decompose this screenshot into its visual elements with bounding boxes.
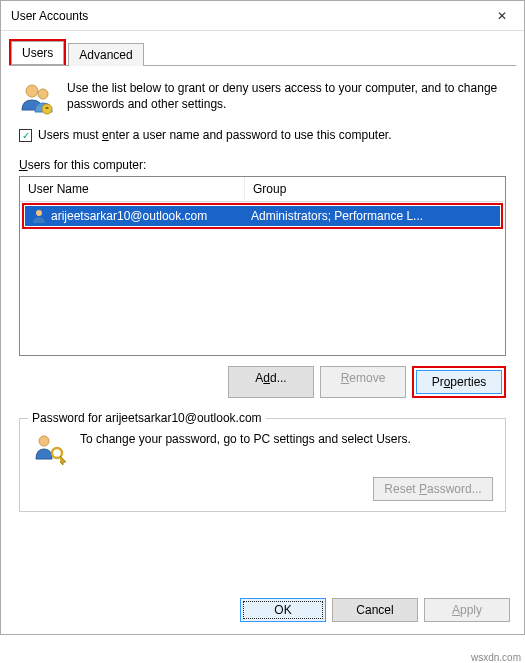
tab-advanced[interactable]: Advanced (68, 43, 143, 66)
listview-header: User Name Group (20, 177, 505, 202)
close-button[interactable]: ✕ (479, 1, 524, 31)
users-icon (19, 80, 55, 116)
titlebar: User Accounts ✕ (1, 1, 524, 31)
reset-password-button: Reset Password... (373, 477, 493, 501)
add-button[interactable]: Add... (228, 366, 314, 398)
intro-text: Use the list below to grant or deny user… (67, 80, 506, 116)
ok-button[interactable]: OK (240, 598, 326, 622)
svg-point-1 (38, 89, 48, 99)
intro-row: Use the list below to grant or deny user… (19, 80, 506, 116)
user-icon (31, 208, 47, 224)
svg-point-5 (39, 436, 49, 446)
svg-point-0 (26, 85, 38, 97)
password-text: To change your password, go to PC settin… (80, 431, 411, 447)
users-listview[interactable]: User Name Group arijeetsarkar10@outlook.… (19, 176, 506, 356)
password-groupbox-title: Password for arijeetsarkar10@outlook.com (28, 411, 266, 425)
password-groupbox: Password for arijeetsarkar10@outlook.com… (19, 418, 506, 512)
list-buttons: Add... Remove Properties (19, 366, 506, 398)
window-title: User Accounts (11, 9, 88, 23)
col-group[interactable]: Group (245, 177, 505, 201)
user-accounts-dialog: User Accounts ✕ Users Advanced Use the l… (0, 0, 525, 635)
checkbox-label: Users must enter a user name and passwor… (38, 128, 392, 142)
users-list-label: Users for this computer: (19, 158, 506, 172)
close-icon: ✕ (497, 9, 507, 23)
checkbox-icon: ✓ (19, 129, 32, 142)
row-group: Administrators; Performance L... (245, 207, 500, 225)
apply-button: Apply (424, 598, 510, 622)
svg-point-4 (36, 210, 42, 216)
tab-users-label: Users (22, 46, 53, 60)
list-item[interactable]: arijeetsarkar10@outlook.com Administrato… (25, 206, 500, 226)
remove-button: Remove (320, 366, 406, 398)
dialog-buttons: OK Cancel Apply (1, 588, 524, 634)
watermark: wsxdn.com (471, 652, 521, 663)
key-icon (32, 431, 68, 467)
must-enter-credentials-checkbox[interactable]: ✓ Users must enter a user name and passw… (19, 128, 506, 142)
cancel-button[interactable]: Cancel (332, 598, 418, 622)
col-username[interactable]: User Name (20, 177, 245, 201)
properties-button[interactable]: Properties (416, 370, 502, 394)
tab-users[interactable]: Users (11, 41, 64, 65)
tab-strip: Users Advanced (1, 31, 524, 66)
tab-advanced-label: Advanced (79, 48, 132, 62)
row-username: arijeetsarkar10@outlook.com (51, 209, 207, 223)
tab-content: Use the list below to grant or deny user… (1, 66, 524, 588)
svg-rect-3 (46, 107, 49, 109)
